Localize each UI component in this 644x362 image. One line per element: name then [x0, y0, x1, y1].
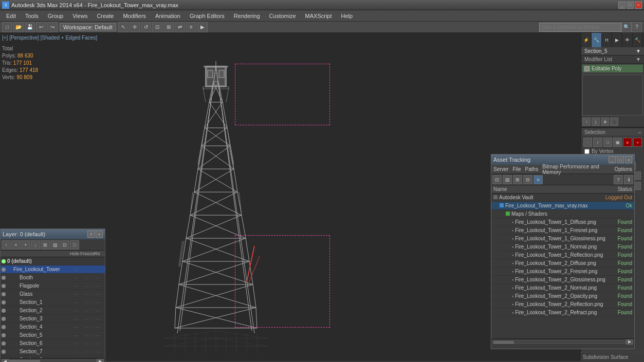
vertex-icon[interactable]: ·: [583, 138, 592, 147]
help-btn[interactable]: ?: [632, 22, 642, 32]
asset-row-diffuse2[interactable]: ▪Fire_Lookout_Tower_2_Diffuse.png Found: [491, 259, 634, 268]
save-btn[interactable]: 💾: [25, 22, 35, 32]
layers-btn-8[interactable]: □: [70, 240, 79, 250]
layer-row-fire-tower[interactable]: Fire_Lookout_Tower □: [1, 265, 105, 274]
element-icon[interactable]: ■: [623, 138, 632, 147]
mirror-btn[interactable]: ⇌: [175, 22, 185, 32]
asset-row-normal1[interactable]: ▪Fire_Lookout_Tower_1_Normal.png Found: [491, 243, 634, 251]
workspace-dropdown[interactable]: Workspace: Default: [60, 23, 116, 31]
asset-row-fresnel1[interactable]: ▪Fire_Lookout_Tower_1_Fresnel.png Found: [491, 226, 634, 235]
asset-btn-2[interactable]: ▤: [503, 175, 512, 184]
asset-row-max-file[interactable]: Fire_Lookout_Tower_max_vray.max Ok: [491, 202, 634, 210]
asset-row-reflect1[interactable]: ▪Fire_Lookout_Tower_1_Reflection.png Fou…: [491, 251, 634, 259]
menu-tools[interactable]: Tools: [21, 12, 43, 20]
nav-btn-3[interactable]: ⊕: [601, 118, 609, 126]
nav-btn-4[interactable]: 🎥: [610, 118, 618, 126]
nav-btn-1[interactable]: ↑: [582, 118, 591, 126]
asset-btn-1[interactable]: ⊡: [492, 175, 502, 184]
layers-btn-5[interactable]: ⊞: [41, 240, 50, 250]
modifier-entry[interactable]: Editable Poly: [582, 65, 643, 72]
modify-tab active[interactable]: 🔧: [592, 33, 602, 47]
asset-row-opacity2[interactable]: ▪Fire_Lookout_Tower_2_Opacity.png Found: [491, 292, 634, 300]
asset-minimize-btn[interactable]: _: [609, 156, 616, 163]
layers-btn-6[interactable]: ▤: [50, 240, 60, 250]
menu-edit[interactable]: Edit: [2, 12, 20, 20]
move-btn[interactable]: ✛: [130, 22, 140, 32]
layer-row-section3[interactable]: Section_3 --- --- ---: [1, 315, 105, 323]
asset-row-diffuse1[interactable]: ▪Fire_Lookout_Tower_1_Diffuse.png Found: [491, 218, 634, 226]
layer-row-section7[interactable]: Section_7 --- --- ---: [1, 348, 105, 356]
search-input[interactable]: [539, 23, 621, 32]
asset-row-normal2[interactable]: ▪Fire_Lookout_Tower_2_Normal.png Found: [491, 284, 634, 292]
layers-scroll-left-btn[interactable]: ◀: [2, 359, 9, 363]
select-btn[interactable]: ↖: [118, 22, 128, 32]
asset-menu-paths[interactable]: Paths: [525, 166, 539, 172]
menu-maxscript[interactable]: MAXScript: [301, 12, 336, 20]
layer-row-section5[interactable]: Section_5 --- --- ---: [1, 331, 105, 339]
menu-modifiers[interactable]: Modifiers: [119, 12, 150, 20]
layer-row-default[interactable]: 0 (default): [1, 257, 105, 265]
utilities-tab[interactable]: 🔨: [633, 33, 643, 47]
undo-btn[interactable]: ↩: [36, 22, 46, 32]
close-button[interactable]: ×: [635, 2, 642, 9]
asset-row-reflect2[interactable]: ▪Fire_Lookout_Tower_2_Reflection.png Fou…: [491, 300, 634, 309]
asset-menu-server[interactable]: Server: [493, 166, 508, 172]
asset-close-btn[interactable]: ×: [625, 156, 632, 163]
border-icon[interactable]: □: [603, 138, 612, 147]
layer-row-section1[interactable]: Section_1 --- --- ---: [1, 298, 105, 307]
layer-row-booth[interactable]: Booth --- --- ---: [1, 274, 105, 282]
redo-btn[interactable]: ↪: [47, 22, 58, 32]
asset-help-btn[interactable]: ?: [614, 175, 623, 184]
by-vertex-checkbox[interactable]: [584, 149, 590, 154]
display-tab[interactable]: 👁: [622, 33, 633, 47]
layers-btn-4[interactable]: ↓: [31, 240, 40, 250]
layer-row-section8[interactable]: Section_8 --- --- ---: [1, 356, 105, 358]
hierarchy-tab[interactable]: H: [602, 33, 612, 47]
asset-row-refract2[interactable]: ▪Fire_Lookout_Tower_2_Refract.png Found: [491, 309, 634, 317]
snap-btn[interactable]: ⊞: [163, 22, 174, 32]
nav-btn-2[interactable]: |: [592, 118, 600, 126]
layers-help-btn[interactable]: ?: [87, 231, 95, 238]
modifier-list-dropdown[interactable]: ▼: [636, 56, 641, 62]
rotate-btn[interactable]: ↺: [141, 22, 151, 32]
asset-menu-file[interactable]: File: [512, 166, 521, 172]
layers-close-btn[interactable]: ×: [96, 231, 103, 238]
element2-icon[interactable]: ●: [633, 138, 642, 147]
asset-maximize-btn[interactable]: □: [617, 156, 624, 163]
layer-row-section4[interactable]: Section_4 --- --- ---: [1, 323, 105, 331]
menu-rendering[interactable]: Rendering: [230, 12, 264, 20]
asset-row-maps[interactable]: Maps / Shaders: [491, 210, 634, 218]
search-btn[interactable]: 🔍: [621, 22, 632, 32]
edge-icon[interactable]: /: [593, 138, 602, 147]
asset-scroll-thumb[interactable]: [493, 341, 514, 344]
layers-btn-delete[interactable]: ×: [11, 240, 21, 250]
layers-scroll-bar[interactable]: ◀ ▶: [1, 358, 105, 362]
layers-scroll-right-btn[interactable]: ▶: [97, 359, 104, 363]
asset-btn-4[interactable]: ⊟: [523, 175, 532, 184]
asset-scroll-right-btn[interactable]: ▶: [626, 339, 633, 345]
poly-icon[interactable]: ▦: [613, 138, 622, 147]
layers-btn-7[interactable]: ⊡: [60, 240, 69, 250]
layers-scroll-track[interactable]: [9, 359, 97, 363]
create-tab[interactable]: ⚡: [581, 33, 592, 47]
layers-scroll-thumb[interactable]: [9, 360, 40, 363]
minimize-button[interactable]: _: [618, 2, 625, 9]
selection-collapse-icon[interactable]: –: [638, 129, 641, 135]
asset-row-gloss2[interactable]: ▪Fire_Lookout_Tower_2_Glossiness.png Fou…: [491, 276, 634, 284]
menu-help[interactable]: Help: [337, 12, 357, 20]
align-btn[interactable]: ≡: [186, 22, 196, 32]
layer-row-glass[interactable]: Glass --- --- ---: [1, 290, 105, 298]
menu-graph-editors[interactable]: Graph Editors: [186, 12, 229, 20]
layer-row-flagpole[interactable]: Flagpole --- --- ---: [1, 282, 105, 290]
search-box[interactable]: 🔍 ?: [539, 22, 642, 32]
asset-scroll-bar[interactable]: ▶: [491, 338, 634, 345]
asset-info-btn[interactable]: ℹ: [624, 175, 633, 184]
asset-menu-options[interactable]: Options: [615, 166, 632, 172]
menu-create[interactable]: Create: [93, 12, 118, 20]
maximize-button[interactable]: □: [627, 2, 634, 9]
asset-menu-bitmap[interactable]: Bitmap Performance and Memory: [542, 164, 610, 175]
asset-tracking-window[interactable]: Asset Tracking _ □ × Server File Paths B…: [491, 154, 635, 349]
asset-row-gloss1[interactable]: ▪Fire_Lookout_Tower_1_Glossiness.png Fou…: [491, 235, 634, 243]
asset-btn-3[interactable]: ⊞: [513, 175, 522, 184]
new-btn[interactable]: □: [2, 22, 12, 32]
